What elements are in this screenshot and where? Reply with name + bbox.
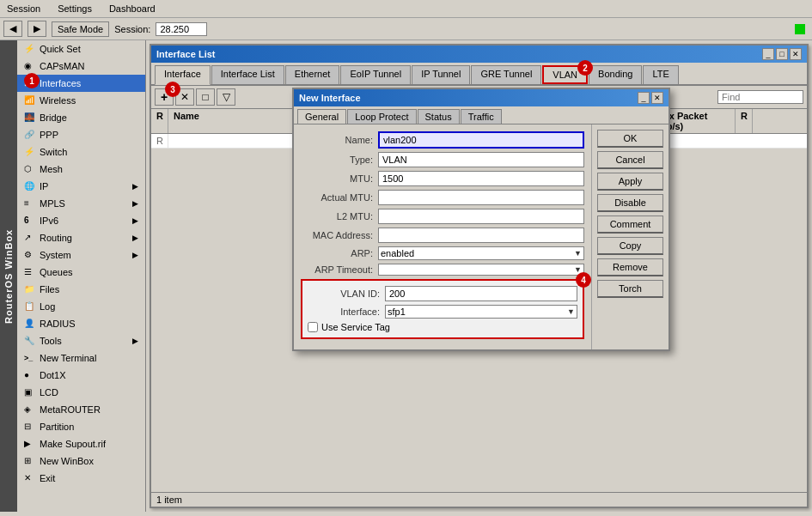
l2mtu-input — [378, 209, 584, 224]
apply-button[interactable]: Apply — [597, 173, 663, 191]
dialog-form: Name: Type: MTU: Actual MT — [294, 124, 591, 349]
use-service-tag-label: Use Service Tag — [321, 322, 390, 332]
sidebar-item-radius[interactable]: RADIUS — [17, 315, 145, 332]
form-row-arp-timeout: ARP Timeout: ▼ — [301, 264, 584, 276]
sidebar-item-ipv6[interactable]: IPv6 ▶ — [17, 212, 145, 229]
filter-button[interactable]: ▽ — [217, 88, 235, 106]
sidebar-item-switch[interactable]: Switch — [17, 143, 145, 161]
tab-interface[interactable]: Interface — [155, 65, 211, 85]
dialog-buttons: OK Cancel Apply Disable Comment Copy Rem… — [591, 124, 669, 349]
comment-button[interactable]: Comment — [597, 216, 663, 234]
arp-select[interactable]: enabled ▼ — [378, 246, 584, 260]
dialog-tab-status[interactable]: Status — [418, 109, 460, 124]
sidebar-item-make-supout[interactable]: Make Supout.rif — [17, 435, 145, 452]
safe-mode-button[interactable]: Safe Mode — [52, 21, 109, 37]
main-toolbar: ◀ ▶ Safe Mode Session: — [0, 18, 812, 40]
menu-dashboard[interactable]: Dashboard — [106, 2, 159, 15]
tab-bonding[interactable]: Bonding — [589, 65, 642, 84]
sidebar-item-exit[interactable]: Exit — [17, 470, 145, 487]
sidebar-label-ipv6: IPv6 — [40, 216, 58, 226]
form-row-name: Name: — [301, 131, 584, 149]
sidebar-item-mpls[interactable]: MPLS ▶ — [17, 195, 145, 212]
mac-input[interactable] — [378, 228, 584, 243]
use-service-tag-row: Use Service Tag — [308, 322, 577, 332]
sidebar-item-ip[interactable]: IP ▶ — [17, 178, 145, 195]
session-label: Session: — [114, 24, 150, 34]
log-icon — [24, 300, 36, 313]
dialog-tab-traffic[interactable]: Traffic — [461, 109, 502, 124]
torch-button[interactable]: Torch — [597, 280, 663, 298]
session-input[interactable] — [156, 22, 207, 36]
tab-ip-tunnel[interactable]: IP Tunnel — [412, 65, 470, 84]
sidebar-item-mesh[interactable]: Mesh — [17, 161, 145, 178]
col-r: R — [151, 109, 168, 133]
sidebar-label-ppp: PPP — [40, 130, 58, 140]
sidebar-item-new-terminal[interactable]: New Terminal — [17, 349, 145, 367]
sidebar-item-dot1x[interactable]: Dot1X — [17, 367, 145, 384]
menu-settings[interactable]: Settings — [54, 2, 95, 15]
interface-select[interactable]: sfp1 ▼ — [385, 305, 577, 319]
l2mtu-label: L2 MTU: — [301, 211, 378, 222]
remove-button[interactable]: Remove — [597, 258, 663, 276]
window-close-button[interactable]: ✕ — [790, 48, 802, 60]
ipv6-icon — [24, 215, 36, 227]
disable-button[interactable]: Disable — [597, 194, 663, 212]
arp-timeout-select[interactable]: ▼ — [378, 264, 584, 276]
sidebar-item-queues[interactable]: Queues — [17, 264, 145, 281]
winbox-label: RouterOS WinBox — [0, 40, 17, 512]
sidebar-label-make-supout: Make Supout.rif — [40, 439, 106, 449]
sidebar-item-partition[interactable]: Partition — [17, 418, 145, 435]
sidebar-label-lcd: LCD — [40, 387, 58, 398]
cancel-button[interactable]: Cancel — [597, 151, 663, 169]
form-row-l2mtu: L2 MTU: — [301, 209, 584, 224]
sidebar-item-metarouter[interactable]: MetaROUTER — [17, 401, 145, 418]
sidebar-item-wireless[interactable]: Wireless — [17, 92, 145, 109]
dialog-close-button[interactable]: ✕ — [651, 92, 663, 104]
sidebar-item-system[interactable]: System ▶ — [17, 246, 145, 264]
tab-vlan[interactable]: VLAN 2 — [542, 65, 588, 84]
copy-list-button[interactable]: □ — [196, 88, 215, 106]
sidebar-label-ip: IP — [40, 181, 48, 191]
sidebar-label-metarouter: MetaROUTER — [40, 404, 101, 415]
sidebar-item-ppp[interactable]: PPP — [17, 126, 145, 143]
sidebar-item-new-winbox[interactable]: New WinBox — [17, 452, 145, 470]
name-input[interactable] — [378, 131, 584, 149]
dialog-tab-general[interactable]: General — [297, 109, 346, 124]
use-service-tag-checkbox[interactable] — [308, 322, 318, 332]
back-button[interactable]: ◀ — [3, 21, 22, 37]
routing-arrow-icon: ▶ — [132, 234, 138, 242]
sidebar-item-interfaces[interactable]: Interfaces 1 — [17, 75, 145, 92]
dialog-tab-loop-protect[interactable]: Loop Protect — [347, 109, 416, 124]
tab-gre-tunnel[interactable]: GRE Tunnel — [471, 65, 541, 84]
mtu-input[interactable] — [378, 171, 584, 186]
tab-ethernet[interactable]: Ethernet — [285, 65, 340, 84]
ok-button[interactable]: OK — [597, 130, 663, 148]
sidebar-item-files[interactable]: Files — [17, 281, 145, 298]
lcd-icon — [24, 386, 36, 398]
sidebar-item-capsman[interactable]: CAPsMAN — [17, 58, 145, 75]
queues-icon — [24, 266, 36, 278]
sidebar-item-bridge[interactable]: Bridge — [17, 109, 145, 126]
dialog-minimize-button[interactable]: _ — [638, 92, 650, 104]
find-input[interactable] — [717, 90, 803, 104]
sidebar-item-lcd[interactable]: LCD — [17, 384, 145, 401]
sidebar-item-quick-set[interactable]: Quick Set — [17, 40, 145, 58]
arp-label: ARP: — [301, 248, 378, 258]
newwb-icon — [24, 455, 36, 467]
sidebar-item-routing[interactable]: Routing ▶ — [17, 229, 145, 246]
tab-eoip-tunnel[interactable]: EoIP Tunnel — [340, 65, 411, 84]
sidebar-item-tools[interactable]: Tools ▶ — [17, 332, 145, 349]
copy-button[interactable]: Copy — [597, 237, 663, 255]
sidebar-item-log[interactable]: Log — [17, 298, 145, 315]
tab-interface-list[interactable]: Interface List — [211, 65, 284, 84]
window-minimize-button[interactable]: _ — [762, 48, 774, 60]
tab-lte[interactable]: LTE — [643, 65, 678, 84]
forward-button[interactable]: ▶ — [27, 21, 46, 37]
ip-arrow-icon: ▶ — [132, 182, 138, 191]
vlan-id-input[interactable] — [385, 286, 577, 301]
sidebar-label-new-terminal: New Terminal — [40, 353, 96, 363]
window-maximize-button[interactable]: □ — [776, 48, 788, 60]
menu-session[interactable]: Session — [3, 2, 44, 15]
sidebar-label-mesh: Mesh — [40, 164, 63, 174]
sidebar-label-quick-set: Quick Set — [40, 44, 81, 54]
